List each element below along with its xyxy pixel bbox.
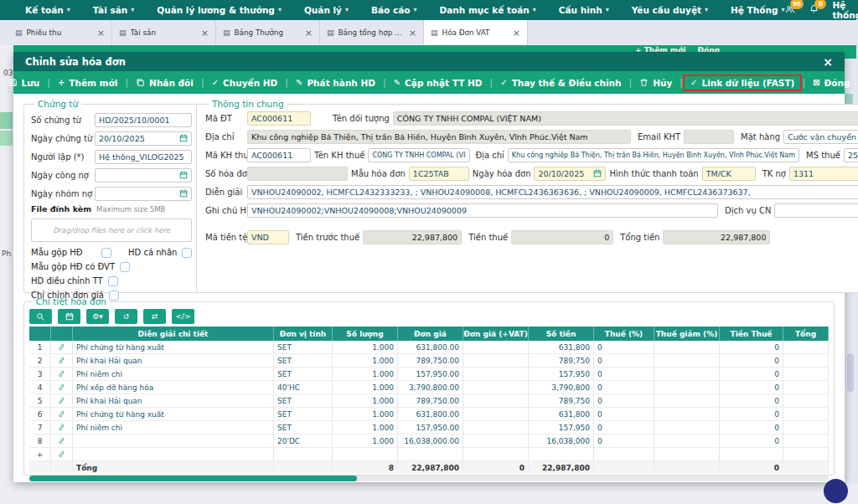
toolbar-button[interactable]: ✎Phát hành HD [288,75,383,90]
description-input[interactable]: VNHOU24090002, HCMFCL2432333233, ; VNHOU… [247,185,858,199]
tab-close-icon[interactable]: × [97,28,105,39]
column-header[interactable]: Thuế (%) [594,327,654,341]
checkbox[interactable] [108,276,118,286]
row-link-cell[interactable] [51,408,73,421]
table-row[interactable]: 7Phí niêm chìSET1.000157,950.00157,95000 [29,421,829,435]
partner-name-input[interactable]: CÔNG TY TNHH COMPAL (VIỆT NAM) [393,111,858,126]
approvals-button[interactable]: 96 [784,4,796,17]
swap-button[interactable]: ⇄ [143,309,166,324]
toolbar-button[interactable]: +Thêm mới [50,75,126,90]
partner-code-input[interactable]: AC000611 [247,111,311,126]
gear-caret-button[interactable]: ⚙▾ [86,309,109,324]
table-row[interactable]: 6Phí chứng từ hàng xuấtSET1.000631,800.0… [29,408,829,421]
notifications-button[interactable]: 0 [809,4,819,16]
row-link-cell[interactable] [51,368,73,381]
table-row[interactable]: 1Phí chứng từ hàng xuấtSET1.000631,800.0… [29,341,829,354]
toolbar-button[interactable]: Hủy [632,75,680,90]
toolbar-button[interactable]: ✓Chuyển HD [204,75,286,90]
tab-close-icon[interactable]: × [513,28,520,39]
code-button[interactable]: </> [172,309,194,324]
toolbar-button[interactable]: Lưu [1,75,48,90]
undo-button[interactable]: ↺ [115,309,137,324]
tax-customer-name-input[interactable]: CÔNG TY TNHH COMPAL (VIỆT NAM) [368,148,470,162]
menu-item[interactable]: Kế toán▾ [25,5,70,15]
pre-tax-amount-input[interactable]: 22,987,800 [363,230,462,244]
calendar-icon[interactable] [179,171,188,179]
toolbar-button[interactable]: ✎Cập nhật TT HD [386,75,490,90]
tab-close-icon[interactable]: × [201,28,209,39]
toolbar-button[interactable]: ⊠Đóng [805,75,857,90]
row-link-cell[interactable] [51,394,73,408]
total-amount-input[interactable]: 22,987,800 [663,230,770,244]
service-input[interactable] [774,203,858,218]
menu-item[interactable]: Yêu cầu duyệt▾ [632,5,708,15]
row-link-cell[interactable] [51,435,73,448]
tab-close-icon[interactable]: × [305,28,313,39]
tab[interactable]: ▤Bảng Thưởng× [216,20,320,45]
calendar-button[interactable] [58,309,80,324]
creator-input[interactable]: Hệ thống_VILOG2025 [95,150,192,164]
debit-account-input[interactable]: 1311 [789,167,858,181]
table-row[interactable]: 2Phí khai Hải quanSET1.000789,750.00789,… [29,354,829,368]
close-icon[interactable]: × [823,56,833,68]
user-menu[interactable]: Hệ thống_VILOG2025 ▾ [832,0,858,20]
debt-group-date-input[interactable] [95,187,192,201]
document-number-input[interactable]: HD/2025/10/0001 [95,113,192,127]
toolbar-button[interactable]: ✓Link dữ liệu (FAST) [683,75,802,91]
table-row[interactable]: 5Phí khai Hải quanSET1.000789,750.00789,… [29,394,829,408]
menu-item[interactable]: Báo cáo▾ [371,5,417,15]
calendar-icon[interactable] [179,134,188,142]
column-header[interactable]: Đơn giá [398,327,463,341]
column-header[interactable]: Thuế giảm (%) [654,327,720,341]
tax-amount-input[interactable]: 0 [511,230,613,244]
invoice-template-input[interactable]: 1C25TAB [409,167,469,181]
column-header[interactable]: Đơn vị tính [274,327,333,341]
menu-item[interactable]: Quản lý▾ [304,5,349,15]
tax-customer-code-input[interactable]: AC000611 [247,148,311,162]
column-header[interactable]: Số tiền [529,327,594,341]
table-row[interactable]: 4Phí xếp dỡ hàng hóa40'HC1.0003,790,800.… [29,381,829,394]
menu-item[interactable]: Quản lý lương & thưởng▾ [157,5,282,15]
floating-action-button[interactable] [824,479,848,503]
toolbar-button[interactable]: Nhân đôi [128,75,201,90]
menu-item[interactable]: Cấu hình▾ [559,5,609,15]
row-link-cell[interactable] [51,341,73,354]
tax-id-input[interactable]: 2500288887 [844,148,858,162]
file-dropzone[interactable]: Drag/drop files here or click here [31,219,192,242]
column-header[interactable]: Diễn giải chi tiết [73,327,274,341]
background-scrollbar-thumb[interactable] [847,353,854,392]
calendar-icon[interactable] [593,169,602,177]
tab[interactable]: ▤Bảng tổng hợp công nợ phải thu× [320,20,424,45]
document-date-input[interactable]: 20/10/2025 [95,131,192,146]
tab[interactable]: ▤Tài sản× [112,20,216,45]
debt-date-input[interactable] [95,168,192,183]
checkbox[interactable] [182,248,192,258]
tax-address-input[interactable]: Khu công nghiệp Bá Thiện, Thị trấn Bá Hi… [508,148,799,162]
toolbar-button[interactable]: ✓Thay thế & Điều chỉnh [493,75,628,90]
scrollbar-thumb[interactable] [29,476,357,481]
table-row[interactable]: 3Phí niêm chìSET1.000157,950.00157,95000 [29,368,829,381]
payment-method-input[interactable]: TM/CK [702,167,756,181]
menu-item[interactable]: Danh mục kế toán▾ [439,5,535,15]
column-header[interactable]: Tiền Thuế [720,327,783,341]
calendar-icon[interactable] [179,189,188,198]
row-link-cell[interactable] [51,381,73,394]
tab[interactable]: ▤Hóa Đơn VAT× [424,20,528,45]
currency-input[interactable]: VND [247,230,289,244]
checkbox[interactable] [101,248,111,258]
invoice-date-input[interactable]: 20/10/2025 [534,167,606,181]
column-header[interactable]: Tổng [783,327,829,341]
menu-item[interactable]: Tài sản▾ [93,5,135,15]
invoice-note-input[interactable]: VNHOU24090002;VNHOU24090008;VNHOU2409000… [247,203,718,218]
column-header[interactable]: Đơn giá (+VAT) [463,327,529,341]
address-input[interactable]: Khu công nghiệp Bá Thiện, Thị trấn Bá Hi… [247,130,631,144]
row-link-cell[interactable] [51,354,73,368]
tab[interactable]: ▤Phiếu thu× [8,20,112,45]
tab-close-icon[interactable]: × [409,28,416,39]
column-header[interactable]: Số lượng [333,327,398,341]
row-link-cell[interactable] [51,421,73,435]
row-link-cell[interactable] [51,448,73,461]
checkbox[interactable] [120,262,130,272]
customer-email-input[interactable] [684,130,734,144]
search-button[interactable] [29,309,52,324]
